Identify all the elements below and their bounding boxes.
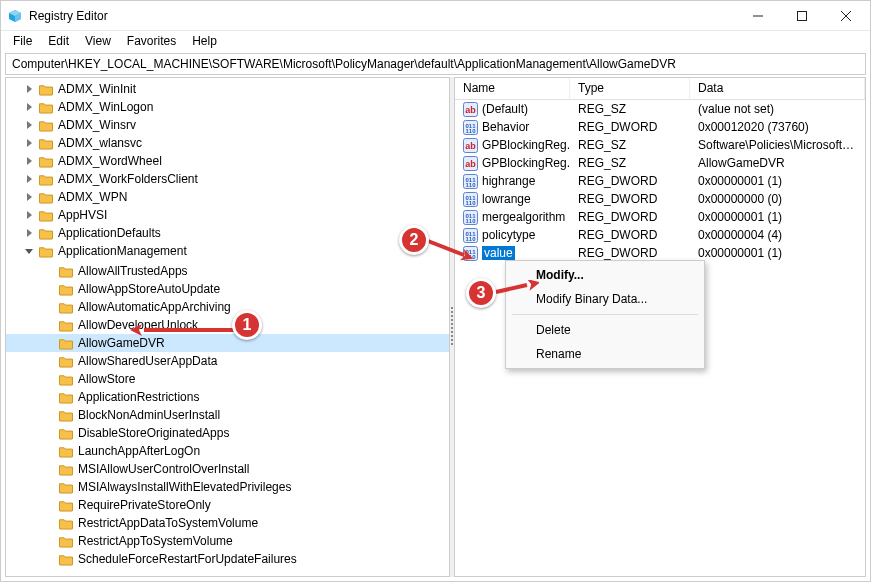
tree-item-child[interactable]: AllowAutomaticAppArchiving (6, 298, 449, 316)
address-bar[interactable]: Computer\HKEY_LOCAL_MACHINE\SOFTWARE\Mic… (5, 53, 866, 75)
maximize-button[interactable] (780, 1, 824, 31)
value-data: 0x00000001 (1) (690, 246, 865, 260)
splitter[interactable] (450, 77, 454, 577)
menu-edit[interactable]: Edit (40, 32, 77, 50)
chevron-right-icon[interactable] (22, 190, 36, 204)
main-split: ADMX_WinInitADMX_WinLogonADMX_WinsrvADMX… (5, 77, 866, 577)
tree-item-child[interactable]: BlockNonAdminUserInstall (6, 406, 449, 424)
tree-label: ADMX_wlansvc (58, 136, 142, 150)
tree-item[interactable]: ADMX_WordWheel (6, 152, 449, 170)
tree-spacer (42, 318, 56, 332)
tree-label: ADMX_WinLogon (58, 100, 153, 114)
tree-item-child[interactable]: LaunchAppAfterLogOn (6, 442, 449, 460)
column-name[interactable]: Name (455, 78, 570, 99)
column-type[interactable]: Type (570, 78, 690, 99)
value-name: (Default) (482, 102, 528, 116)
minimize-button[interactable] (736, 1, 780, 31)
list-row[interactable]: GPBlockingReg...REG_SZSoftware\Policies\… (455, 136, 865, 154)
tree-item[interactable]: AppHVSI (6, 206, 449, 224)
value-name: mergealgorithm (482, 210, 565, 224)
list-row[interactable]: policytypeREG_DWORD0x00000004 (4) (455, 226, 865, 244)
tree-item-expanded[interactable]: ApplicationManagement (6, 242, 449, 260)
tree-label: MSIAlwaysInstallWithElevatedPrivileges (78, 480, 291, 494)
title-bar: Registry Editor (1, 1, 870, 31)
chevron-right-icon[interactable] (22, 136, 36, 150)
column-data[interactable]: Data (690, 78, 865, 99)
tree-item-child[interactable]: MSIAlwaysInstallWithElevatedPrivileges (6, 478, 449, 496)
menu-favorites[interactable]: Favorites (119, 32, 184, 50)
tree-item-child[interactable]: AllowAppStoreAutoUpdate (6, 280, 449, 298)
context-menu-item[interactable]: Modify... (508, 263, 702, 287)
list-pane: Name Type Data (Default)REG_SZ(value not… (454, 77, 866, 577)
tree-label: ADMX_Winsrv (58, 118, 136, 132)
tree-label: AllowSharedUserAppData (78, 354, 217, 368)
chevron-right-icon[interactable] (22, 82, 36, 96)
value-data: 0x00000001 (1) (690, 210, 865, 224)
context-menu-item[interactable]: Modify Binary Data... (508, 287, 702, 311)
chevron-right-icon[interactable] (22, 154, 36, 168)
tree-label: ApplicationRestrictions (78, 390, 199, 404)
tree-label: AllowAppStoreAutoUpdate (78, 282, 220, 296)
tree-item[interactable]: ADMX_WinLogon (6, 98, 449, 116)
tree-item-child[interactable]: AllowStore (6, 370, 449, 388)
tree-item-child[interactable]: ScheduleForceRestartForUpdateFailures (6, 550, 449, 568)
value-data: 0x00000000 (0) (690, 192, 865, 206)
chevron-down-icon[interactable] (22, 244, 36, 258)
chevron-right-icon[interactable] (22, 100, 36, 114)
value-type: REG_DWORD (570, 192, 690, 206)
chevron-right-icon[interactable] (22, 172, 36, 186)
context-menu-item[interactable]: Delete (508, 318, 702, 342)
context-menu-item[interactable]: Rename (508, 342, 702, 366)
value-name: GPBlockingReg... (482, 138, 570, 152)
tree-label: MSIAllowUserControlOverInstall (78, 462, 249, 476)
list-row[interactable]: mergealgorithmREG_DWORD0x00000001 (1) (455, 208, 865, 226)
chevron-right-icon[interactable] (22, 208, 36, 222)
tree-item-child[interactable]: AllowAllTrustedApps (6, 262, 449, 280)
tree-item[interactable]: ApplicationDefaults (6, 224, 449, 242)
value-type: REG_DWORD (570, 120, 690, 134)
reg-sz-icon (463, 102, 478, 117)
tree-spacer (42, 480, 56, 494)
tree-spacer (42, 426, 56, 440)
tree-spacer (42, 516, 56, 530)
tree-item[interactable]: ADMX_Winsrv (6, 116, 449, 134)
list-row[interactable]: GPBlockingReg...REG_SZAllowGameDVR (455, 154, 865, 172)
tree-label: AppHVSI (58, 208, 107, 222)
list-body[interactable]: (Default)REG_SZ(value not set)BehaviorRE… (455, 100, 865, 576)
tree-label: ADMX_WinInit (58, 82, 136, 96)
value-data: AllowGameDVR (690, 156, 865, 170)
tree-item-child[interactable]: AllowSharedUserAppData (6, 352, 449, 370)
value-name: GPBlockingReg... (482, 156, 570, 170)
tree-spacer (42, 534, 56, 548)
tree-item-child[interactable]: RestrictAppToSystemVolume (6, 532, 449, 550)
value-name: value (482, 246, 515, 260)
tree-item-child[interactable]: AllowDeveloperUnlock (6, 316, 449, 334)
reg-dword-icon (463, 210, 478, 225)
value-data: 0x00000004 (4) (690, 228, 865, 242)
tree-item[interactable]: ADMX_WinInit (6, 80, 449, 98)
list-row[interactable]: (Default)REG_SZ(value not set) (455, 100, 865, 118)
tree-item-child[interactable]: RestrictAppDataToSystemVolume (6, 514, 449, 532)
chevron-right-icon[interactable] (22, 226, 36, 240)
tree-pane[interactable]: ADMX_WinInitADMX_WinLogonADMX_WinsrvADMX… (5, 77, 450, 577)
menu-file[interactable]: File (5, 32, 40, 50)
tree-item-child[interactable]: DisableStoreOriginatedApps (6, 424, 449, 442)
tree-item-child[interactable]: ApplicationRestrictions (6, 388, 449, 406)
tree-item[interactable]: ADMX_wlansvc (6, 134, 449, 152)
close-button[interactable] (824, 1, 868, 31)
tree-spacer (42, 408, 56, 422)
menu-help[interactable]: Help (184, 32, 225, 50)
value-data: Software\Policies\Microsoft\Win (690, 138, 865, 152)
chevron-right-icon[interactable] (22, 118, 36, 132)
tree-item-child[interactable]: MSIAllowUserControlOverInstall (6, 460, 449, 478)
tree-item-child[interactable]: AllowGameDVR (6, 334, 449, 352)
tree-spacer (42, 372, 56, 386)
list-row[interactable]: BehaviorREG_DWORD0x00012020 (73760) (455, 118, 865, 136)
tree-item-child[interactable]: RequirePrivateStoreOnly (6, 496, 449, 514)
tree-spacer (42, 390, 56, 404)
menu-view[interactable]: View (77, 32, 119, 50)
list-row[interactable]: highrangeREG_DWORD0x00000001 (1) (455, 172, 865, 190)
list-row[interactable]: lowrangeREG_DWORD0x00000000 (0) (455, 190, 865, 208)
tree-item[interactable]: ADMX_WPN (6, 188, 449, 206)
tree-item[interactable]: ADMX_WorkFoldersClient (6, 170, 449, 188)
